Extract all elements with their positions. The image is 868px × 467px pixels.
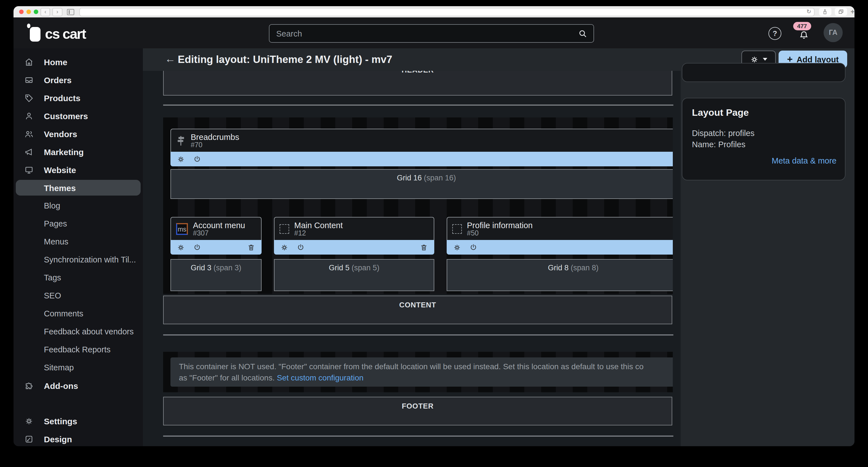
meta-data-link[interactable]: Meta data & more xyxy=(692,156,837,165)
minimize-window-icon[interactable] xyxy=(26,9,31,14)
settings-gear-icon xyxy=(24,416,34,426)
block-settings-icon[interactable] xyxy=(453,243,461,252)
sidebar-item-marketing[interactable]: Marketing xyxy=(13,143,143,161)
footer-section[interactable]: FOOTER xyxy=(163,397,672,425)
page-title: Editing layout: UniTheme 2 MV (light) - … xyxy=(178,54,392,66)
back-arrow-icon[interactable]: ← xyxy=(165,53,176,65)
orders-icon xyxy=(24,75,34,85)
sidebar-item-synchronization[interactable]: Synchronization with Til... xyxy=(13,251,143,269)
browser-forward-icon[interactable]: › xyxy=(53,8,62,16)
block-disable-icon[interactable] xyxy=(297,243,305,252)
app-top-bar: cs cart ? 477 ГА xyxy=(13,18,855,48)
grid-3[interactable]: Grid 3 (span 3) xyxy=(170,259,261,291)
sidebar-item-themes[interactable]: Themes xyxy=(16,180,141,196)
grid-8[interactable]: Grid 8 (span 8) xyxy=(447,259,673,291)
sidebar-item-settings[interactable]: Settings xyxy=(13,412,143,430)
grid-5[interactable]: Grid 5 (span 5) xyxy=(274,259,434,291)
sidebar-item-design[interactable]: Design xyxy=(13,430,143,446)
browser-back-icon[interactable]: ‹ xyxy=(40,8,50,16)
sidebar-item-tags[interactable]: Tags xyxy=(13,269,143,287)
share-icon[interactable] xyxy=(819,8,831,16)
sidebar-item-orders[interactable]: Orders xyxy=(13,71,143,89)
sidebar-item-customers[interactable]: Customers xyxy=(13,107,143,125)
card-title: Layout Page xyxy=(692,107,837,119)
placeholder-block-icon xyxy=(280,224,289,234)
customers-icon xyxy=(24,111,34,121)
footer-container-notice: This container is NOT used. "Footer" con… xyxy=(170,358,673,387)
sidebar-item-sitemap[interactable]: Sitemap xyxy=(13,359,143,376)
browser-window: ‹ › ↻ + cs cart xyxy=(13,6,855,446)
sidebar-item-menus[interactable]: Menus xyxy=(13,233,143,251)
marketing-megaphone-icon xyxy=(24,147,34,157)
website-monitor-icon xyxy=(24,165,34,174)
design-pencil-icon xyxy=(24,434,34,444)
block-disable-icon[interactable] xyxy=(193,243,202,252)
sidebar-item-addons[interactable]: Add-ons xyxy=(13,376,143,395)
sidebar-item-website[interactable]: Website xyxy=(13,161,143,179)
grid-16[interactable]: Grid 16 (span 16) xyxy=(170,169,673,199)
chevron-down-icon xyxy=(763,58,767,61)
sidebar: Home Orders Products Customers Vendors M… xyxy=(13,48,143,446)
header-section[interactable]: HEADER xyxy=(163,71,672,96)
zoom-window-icon[interactable] xyxy=(34,9,38,14)
block-account-menu[interactable]: ms Account menu #307 xyxy=(170,217,261,255)
sidebar-item-feedback-about-vendors[interactable]: Feedback about vendors xyxy=(13,323,143,340)
block-settings-icon[interactable] xyxy=(177,243,185,252)
block-delete-icon[interactable] xyxy=(247,243,255,252)
notifications-button[interactable]: 477 xyxy=(792,22,816,45)
block-action-bar xyxy=(170,240,261,255)
grid-container-top[interactable]: Breadcrumbs #70 Grid 16 (span 16) ms xyxy=(163,118,673,294)
browser-chrome: ‹ › ↻ + xyxy=(13,6,855,18)
avatar[interactable]: ГА xyxy=(824,23,843,42)
block-delete-icon[interactable] xyxy=(420,243,428,252)
browser-sidebar-icon[interactable] xyxy=(67,9,74,15)
sidebar-item-vendors[interactable]: Vendors xyxy=(13,125,143,143)
new-tab-icon[interactable]: + xyxy=(850,8,855,16)
logo-text: cs cart xyxy=(45,26,86,42)
set-custom-configuration-link[interactable]: Set custom configuration xyxy=(277,373,363,382)
search-icon[interactable] xyxy=(578,28,588,38)
address-bar[interactable]: ↻ xyxy=(79,8,814,16)
block-breadcrumbs[interactable]: Breadcrumbs #70 xyxy=(170,129,673,166)
right-panel: Layout Page Dispatch: profiles Name: Pro… xyxy=(681,71,855,446)
cs-cart-logo[interactable]: cs cart xyxy=(27,25,86,42)
block-main-content[interactable]: Main Content #12 xyxy=(274,217,434,255)
sidebar-item-blog[interactable]: Blog xyxy=(13,197,143,215)
layout-editor-canvas: HEADER Breadcrumbs #70 xyxy=(143,71,681,446)
grid-container-footer[interactable]: This container is NOT used. "Footer" con… xyxy=(163,352,673,392)
layout-page-card: Layout Page Dispatch: profiles Name: Pro… xyxy=(682,98,845,180)
signpost-icon xyxy=(176,135,186,146)
products-tag-icon xyxy=(24,93,34,103)
sidebar-item-pages[interactable]: Pages xyxy=(13,215,143,233)
block-settings-icon[interactable] xyxy=(177,155,185,163)
search-input[interactable] xyxy=(270,29,578,38)
sidebar-item-feedback-reports[interactable]: Feedback Reports xyxy=(13,340,143,359)
partial-card xyxy=(682,63,845,82)
sidebar-item-products[interactable]: Products xyxy=(13,89,143,107)
block-settings-icon[interactable] xyxy=(280,243,288,252)
help-icon[interactable]: ? xyxy=(769,27,781,40)
content-section[interactable]: CONTENT xyxy=(163,296,672,324)
block-id: #12 xyxy=(294,230,343,237)
screen: ‹ › ↻ + cs cart xyxy=(0,0,868,467)
tab-overview-icon[interactable] xyxy=(835,8,847,16)
global-search[interactable] xyxy=(269,24,594,43)
block-profile-information[interactable]: Profile information #50 xyxy=(447,217,673,255)
block-id: #307 xyxy=(193,230,245,237)
window-controls[interactable] xyxy=(19,9,38,14)
sidebar-item-seo[interactable]: SEO xyxy=(13,287,143,305)
block-disable-icon[interactable] xyxy=(469,243,477,252)
block-action-bar xyxy=(274,240,434,255)
block-id: #70 xyxy=(191,141,239,148)
notification-count-badge: 477 xyxy=(793,22,811,30)
sidebar-item-home[interactable]: Home xyxy=(13,53,143,71)
placeholder-block-icon xyxy=(452,224,462,234)
reload-icon[interactable]: ↻ xyxy=(806,8,811,14)
block-disable-icon[interactable] xyxy=(193,155,202,163)
close-window-icon[interactable] xyxy=(19,9,24,14)
gear-icon xyxy=(750,55,759,64)
vendors-icon xyxy=(24,129,34,138)
dispatch-value: Dispatch: profiles xyxy=(692,128,837,139)
sidebar-item-comments[interactable]: Comments xyxy=(13,305,143,323)
block-name: Profile information xyxy=(467,221,533,230)
